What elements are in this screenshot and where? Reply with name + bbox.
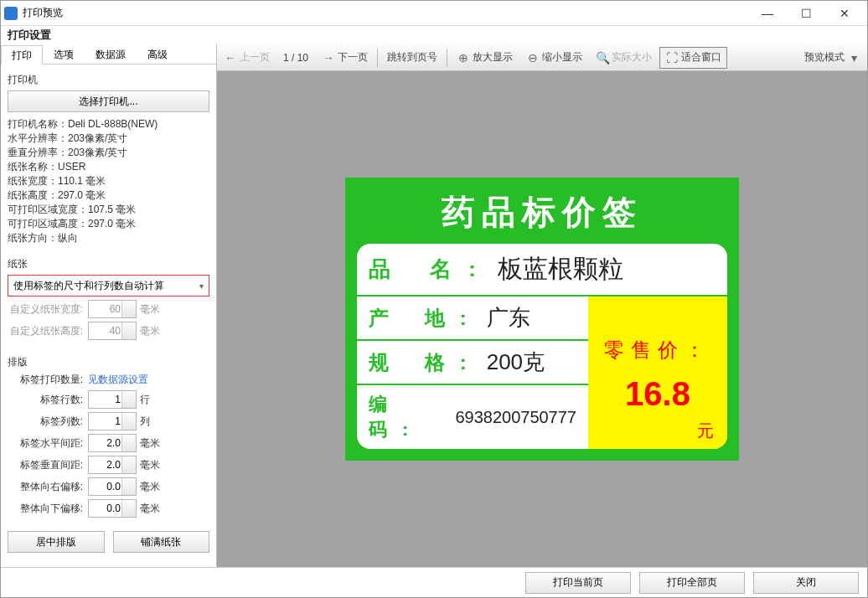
label-name-value: 板蓝根颗粒 — [498, 252, 623, 286]
label-name-key: 品 名: — [369, 255, 493, 284]
fit-icon: ⛶ — [665, 51, 679, 64]
settings-header: 打印设置 — [1, 26, 867, 44]
printer-info: 可打印区域高度：297.0 毫米 — [8, 217, 209, 231]
layout-section-label: 排版 — [8, 355, 209, 369]
window-title: 打印预览 — [23, 6, 748, 20]
label-title: 药品标价签 — [357, 189, 727, 235]
layout-field-input-2[interactable]: 2.0 — [88, 434, 137, 452]
center-layout-button[interactable]: 居中排版 — [8, 531, 105, 553]
layout-field-label: 整体向下偏移: — [8, 502, 88, 516]
app-icon — [4, 7, 18, 20]
zoom-in-button[interactable]: ⊕放大显示 — [451, 47, 519, 69]
settings-panel: 打印 选项 数据源 高级 打印机 选择打印机... 打印机名称：Deli DL-… — [1, 44, 217, 567]
label-price-value: 16.8 — [625, 375, 690, 413]
magnifier-icon: 🔍 — [596, 51, 609, 64]
tab-print[interactable]: 打印 — [1, 45, 43, 64]
zoom-out-button[interactable]: ⊖缩小显示 — [520, 47, 588, 69]
layout-field-label: 标签水平间距: — [8, 436, 88, 451]
tab-options[interactable]: 选项 — [43, 44, 85, 64]
chevron-down-icon: ▾ — [847, 51, 860, 64]
printer-info: 纸张名称：USER — [8, 160, 209, 174]
paper-mode-dropdown[interactable]: 使用标签的尺寸和行列数自动计算 — [8, 275, 209, 296]
label-price-key: 零售价： — [604, 337, 711, 363]
label-spec-key: 规 格: — [369, 349, 482, 376]
label-spec-value: 200克 — [487, 348, 545, 377]
label-preview: 药品标价签 品 名: 板蓝根颗粒 产 地: 广东 规 格 — [345, 178, 739, 461]
layout-field-input-1[interactable]: 1 — [88, 412, 137, 430]
tab-advanced[interactable]: 高级 — [137, 44, 178, 64]
printer-info: 垂直分辨率：203像素/英寸 — [8, 146, 209, 160]
print-all-button[interactable]: 打印全部页 — [639, 572, 745, 594]
print-count-link[interactable]: 见数据源设置 — [88, 373, 148, 387]
zoom-in-icon: ⊕ — [457, 51, 470, 64]
preview-mode-dropdown[interactable]: 预览模式▾ — [798, 47, 866, 69]
custom-width-label: 自定义纸张宽度: — [8, 302, 88, 317]
next-page-button[interactable]: →下一页 — [316, 47, 374, 69]
minimize-button[interactable]: — — [748, 2, 787, 25]
preview-canvas[interactable]: 药品标价签 品 名: 板蓝根颗粒 产 地: 广东 规 格 — [217, 71, 867, 567]
arrow-right-icon: → — [322, 51, 335, 64]
layout-field-input-0[interactable]: 1 — [88, 390, 137, 409]
print-count-label: 标签打印数量: — [8, 373, 88, 387]
layout-field-input-3[interactable]: 2.0 — [88, 456, 137, 474]
print-current-button[interactable]: 打印当前页 — [525, 572, 631, 594]
preview-toolbar: ←上一页 1 / 10 →下一页 跳转到页号 ⊕放大显示 ⊖缩小显示 🔍实际大小… — [217, 44, 867, 71]
custom-width-input[interactable]: 60 — [88, 300, 137, 318]
label-price-unit: 元 — [697, 420, 714, 442]
close-button[interactable]: ✕ — [825, 2, 864, 25]
fill-paper-button[interactable]: 铺满纸张 — [113, 531, 210, 553]
layout-field-label: 整体向右偏移: — [8, 480, 88, 494]
printer-info: 水平分辨率：203像素/英寸 — [8, 131, 209, 146]
label-origin-key: 产 地: — [369, 305, 482, 332]
printer-info: 打印机名称：Deli DL-888B(NEW) — [8, 117, 209, 131]
goto-page-button[interactable]: 跳转到页号 — [381, 47, 443, 69]
settings-tabs: 打印 选项 数据源 高级 — [1, 44, 216, 64]
maximize-button[interactable]: ☐ — [787, 2, 825, 25]
actual-size-button[interactable]: 🔍实际大小 — [590, 47, 658, 69]
layout-field-label: 标签列数: — [8, 415, 88, 429]
printer-info: 纸张方向：纵向 — [8, 231, 209, 245]
layout-field-input-4[interactable]: 0.0 — [88, 477, 137, 496]
layout-field-label: 标签行数: — [8, 393, 88, 407]
custom-height-input[interactable]: 40 — [88, 322, 137, 340]
page-indicator: 1 / 10 — [277, 47, 314, 69]
fit-window-button[interactable]: ⛶适合窗口 — [659, 47, 727, 69]
layout-field-label: 标签垂直间距: — [8, 458, 88, 472]
arrow-left-icon: ← — [224, 51, 237, 64]
zoom-out-icon: ⊖ — [526, 51, 540, 64]
label-origin-value: 广东 — [487, 303, 530, 333]
tab-datasource[interactable]: 数据源 — [85, 44, 137, 64]
close-button-footer[interactable]: 关闭 — [753, 572, 859, 594]
prev-page-button[interactable]: ←上一页 — [218, 47, 276, 69]
printer-info: 可打印区域宽度：107.5 毫米 — [8, 203, 209, 217]
printer-info: 纸张高度：297.0 毫米 — [8, 188, 209, 203]
layout-field-input-5[interactable]: 0.0 — [88, 499, 137, 518]
label-code-value: 6938200750777 — [455, 408, 576, 427]
select-printer-button[interactable]: 选择打印机... — [8, 90, 209, 112]
paper-section-label: 纸张 — [8, 257, 209, 271]
printer-section-label: 打印机 — [8, 73, 209, 87]
label-code-key: 编 码: — [369, 392, 450, 442]
custom-height-label: 自定义纸张高度: — [8, 324, 88, 338]
printer-info: 纸张宽度：110.1 毫米 — [8, 174, 209, 188]
